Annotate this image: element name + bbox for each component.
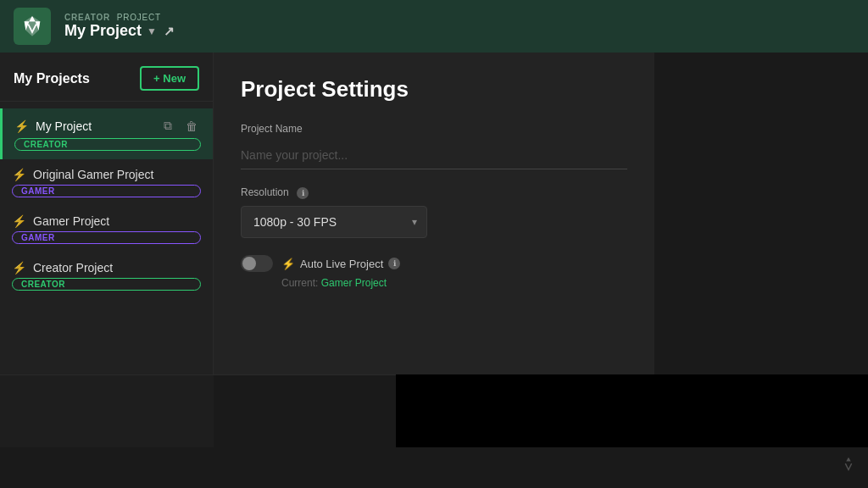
current-project-name: Gamer Project — [321, 277, 387, 289]
project-item-my-project[interactable]: ⚡ My Project ⧉ 🗑 CREATOR — [0, 108, 213, 159]
logo-icon — [20, 14, 44, 38]
bottom-center-left — [214, 374, 396, 447]
badge-gamer-2: GAMER — [12, 231, 201, 244]
settings-title: Project Settings — [241, 76, 627, 103]
sidebar-title: My Projects — [14, 71, 90, 86]
project-item-gamer[interactable]: ⚡ Gamer Project GAMER — [0, 206, 213, 252]
bottom-center-right — [396, 374, 868, 447]
resolution-info-icon[interactable]: ℹ — [297, 187, 309, 199]
new-project-button[interactable]: + New — [140, 66, 199, 91]
content-area: Project Settings Project Name Resolution… — [214, 53, 868, 374]
auto-live-group: ⚡ Auto Live Project ℹ Current: Gamer Pro… — [241, 255, 627, 289]
project-name-1: Original Gamer Project — [33, 168, 153, 181]
toggle-knob — [242, 257, 256, 270]
badge-gamer-1: GAMER — [12, 185, 201, 197]
bolt-icon: ⚡ — [281, 258, 295, 270]
sidebar-header: My Projects + New — [0, 53, 213, 102]
project-list: ⚡ My Project ⧉ 🗑 CREATOR ⚡ — [0, 102, 213, 374]
topbar-project-info: CREATOR PROJECT My Project ▼ ↗ — [64, 13, 175, 40]
auto-live-info-icon[interactable]: ℹ — [388, 258, 400, 269]
bottom-logo — [839, 456, 858, 478]
topbar: CREATOR PROJECT My Project ▼ ↗ — [0, 0, 868, 53]
project-name-label: Project Name — [241, 123, 627, 135]
delete-button-0[interactable]: 🗑 — [182, 118, 201, 135]
bottom-left — [0, 374, 214, 447]
resolution-select[interactable]: 1080p - 30 FPS 720p - 30 FPS 1080p - 60 … — [241, 206, 427, 238]
project-name-3: Creator Project — [33, 261, 113, 274]
app-logo — [14, 8, 51, 45]
current-project-row: Current: Gamer Project — [281, 277, 627, 289]
copy-button-0[interactable]: ⧉ — [160, 117, 175, 135]
main-layout: My Projects + New ⚡ My Project ⧉ 🗑 — [0, 53, 868, 374]
project-icon-1: ⚡ — [12, 168, 26, 181]
resolution-select-wrapper: 1080p - 30 FPS 720p - 30 FPS 1080p - 60 … — [241, 206, 427, 238]
cursor-indicator: ↗ — [164, 24, 175, 39]
project-icon-0: ⚡ — [14, 119, 29, 133]
topbar-project-name[interactable]: My Project ▼ ↗ — [64, 22, 175, 40]
auto-live-row: ⚡ Auto Live Project ℹ — [241, 255, 627, 272]
bottom-area — [0, 374, 868, 447]
project-name-input[interactable] — [241, 141, 627, 169]
project-name-group: Project Name — [241, 123, 627, 169]
project-icon-2: ⚡ — [12, 214, 26, 228]
auto-live-label: ⚡ Auto Live Project ℹ — [281, 258, 400, 270]
settings-panel: Project Settings Project Name Resolution… — [214, 53, 654, 374]
resolution-label: Resolution ℹ — [241, 186, 627, 199]
project-item-original-gamer[interactable]: ⚡ Original Gamer Project GAMER — [0, 159, 213, 206]
topbar-label: CREATOR PROJECT — [64, 13, 175, 22]
project-name-2: Gamer Project — [33, 214, 109, 228]
auto-live-toggle[interactable] — [241, 255, 273, 272]
bottom-logo-icon — [839, 456, 858, 474]
project-dropdown-arrow: ▼ — [147, 25, 157, 37]
badge-creator-3: CREATOR — [12, 278, 201, 291]
resolution-group: Resolution ℹ 1080p - 30 FPS 720p - 30 FP… — [241, 186, 627, 238]
sidebar: My Projects + New ⚡ My Project ⧉ 🗑 — [0, 53, 214, 374]
project-name-0: My Project — [36, 119, 92, 133]
badge-creator-0: CREATOR — [14, 138, 201, 151]
project-actions-0: ⧉ 🗑 — [160, 117, 201, 135]
svg-marker-1 — [846, 458, 851, 462]
project-icon-3: ⚡ — [12, 261, 26, 274]
project-item-creator[interactable]: ⚡ Creator Project CREATOR — [0, 252, 213, 299]
